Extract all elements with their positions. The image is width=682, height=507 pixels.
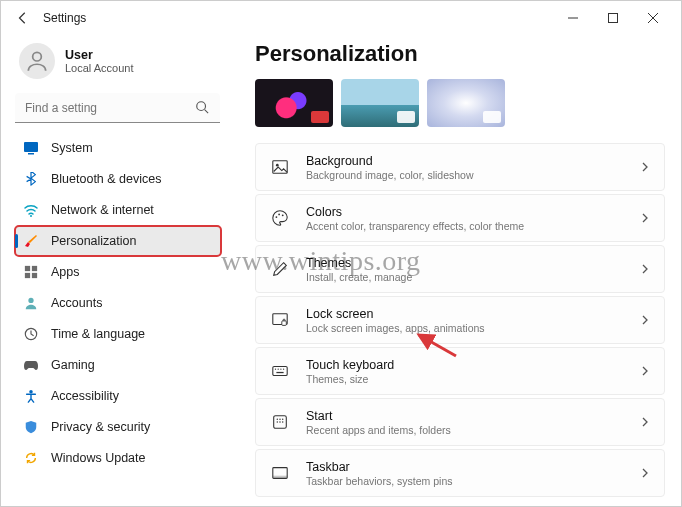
svg-point-28: [283, 369, 284, 370]
person-icon: [24, 48, 50, 74]
card-title: Colors: [306, 205, 640, 219]
chevron-right-icon: [640, 413, 650, 431]
card-lock-screen[interactable]: Lock screen Lock screen images, apps, an…: [255, 296, 665, 344]
card-title: Touch keyboard: [306, 358, 640, 372]
sidebar-item-privacy[interactable]: Privacy & security: [15, 412, 221, 442]
card-themes[interactable]: Themes Install, create, manage: [255, 245, 665, 293]
svg-rect-24: [273, 367, 287, 376]
avatar: [19, 43, 55, 79]
bluetooth-icon: [23, 171, 39, 187]
svg-point-4: [33, 52, 42, 61]
card-subtitle: Install, create, manage: [306, 271, 640, 283]
svg-rect-17: [273, 161, 287, 174]
titlebar: Settings: [1, 1, 681, 35]
start-icon: [270, 412, 290, 432]
card-subtitle: Taskbar behaviors, system pins: [306, 475, 640, 487]
pen-icon: [270, 259, 290, 279]
svg-point-34: [277, 421, 278, 422]
svg-point-31: [277, 419, 278, 420]
sidebar-item-time-language[interactable]: Time & language: [15, 319, 221, 349]
close-button[interactable]: [633, 4, 673, 32]
sidebar-item-network[interactable]: Network & internet: [15, 195, 221, 225]
sidebar-item-label: Network & internet: [51, 203, 154, 217]
update-icon: [23, 450, 39, 466]
card-taskbar[interactable]: Taskbar Taskbar behaviors, system pins: [255, 449, 665, 497]
taskbar-icon: [270, 463, 290, 483]
svg-point-35: [279, 421, 280, 422]
minimize-button[interactable]: [553, 4, 593, 32]
svg-rect-12: [25, 273, 30, 278]
minimize-icon: [568, 13, 578, 23]
svg-point-36: [282, 421, 283, 422]
svg-point-19: [276, 216, 278, 218]
svg-rect-1: [609, 14, 618, 23]
sidebar-item-gaming[interactable]: Gaming: [15, 350, 221, 380]
sidebar-item-accounts[interactable]: Accounts: [15, 288, 221, 318]
card-title: Themes: [306, 256, 640, 270]
card-colors[interactable]: Colors Accent color, transparency effect…: [255, 194, 665, 242]
card-title: Lock screen: [306, 307, 640, 321]
thumb-accent: [311, 111, 329, 123]
search-wrap: [15, 93, 221, 123]
sidebar-item-personalization[interactable]: Personalization: [15, 226, 221, 256]
svg-point-16: [29, 390, 33, 394]
svg-rect-8: [28, 153, 34, 155]
theme-thumbnail[interactable]: [341, 79, 419, 127]
sidebar-item-label: Windows Update: [51, 451, 146, 465]
svg-point-18: [276, 164, 279, 167]
maximize-button[interactable]: [593, 4, 633, 32]
sidebar-item-apps[interactable]: Apps: [15, 257, 221, 287]
window-controls: [553, 4, 673, 32]
svg-point-21: [282, 214, 284, 216]
svg-rect-7: [24, 142, 38, 152]
image-icon: [270, 157, 290, 177]
chevron-right-icon: [640, 464, 650, 482]
back-button[interactable]: [9, 4, 37, 32]
svg-rect-13: [32, 273, 37, 278]
card-touch-keyboard[interactable]: Touch keyboard Themes, size: [255, 347, 665, 395]
card-body: Background Background image, color, slid…: [306, 154, 640, 181]
svg-rect-29: [276, 372, 283, 373]
card-subtitle: Themes, size: [306, 373, 640, 385]
card-title: Background: [306, 154, 640, 168]
sidebar-item-label: Accounts: [51, 296, 102, 310]
svg-point-14: [28, 298, 33, 303]
chevron-right-icon: [640, 260, 650, 278]
sidebar-item-label: System: [51, 141, 93, 155]
card-body: Taskbar Taskbar behaviors, system pins: [306, 460, 640, 487]
sidebar: User Local Account System Bluetooth & de…: [1, 35, 231, 506]
card-title: Start: [306, 409, 640, 423]
sidebar-item-label: Time & language: [51, 327, 145, 341]
nav-list: System Bluetooth & devices Network & int…: [15, 133, 221, 473]
card-body: Touch keyboard Themes, size: [306, 358, 640, 385]
accounts-icon: [23, 295, 39, 311]
theme-thumbnail[interactable]: [255, 79, 333, 127]
wifi-icon: [23, 202, 39, 218]
card-start[interactable]: Start Recent apps and items, folders: [255, 398, 665, 446]
system-icon: [23, 140, 39, 156]
svg-point-33: [282, 419, 283, 420]
user-block[interactable]: User Local Account: [19, 43, 221, 79]
theme-thumbnail[interactable]: [427, 79, 505, 127]
sidebar-item-label: Bluetooth & devices: [51, 172, 162, 186]
sidebar-item-system[interactable]: System: [15, 133, 221, 163]
maximize-icon: [608, 13, 618, 23]
sidebar-item-label: Personalization: [51, 234, 136, 248]
card-subtitle: Background image, color, slideshow: [306, 169, 640, 181]
sidebar-item-accessibility[interactable]: Accessibility: [15, 381, 221, 411]
main-content: Personalization Background Background im…: [231, 35, 681, 506]
card-background[interactable]: Background Background image, color, slid…: [255, 143, 665, 191]
sidebar-item-label: Gaming: [51, 358, 95, 372]
clock-icon: [23, 326, 39, 342]
user-subtitle: Local Account: [65, 62, 134, 74]
close-icon: [648, 13, 658, 23]
card-body: Colors Accent color, transparency effect…: [306, 205, 640, 232]
sidebar-item-label: Accessibility: [51, 389, 119, 403]
card-subtitle: Recent apps and items, folders: [306, 424, 640, 436]
sidebar-item-windows-update[interactable]: Windows Update: [15, 443, 221, 473]
search-input[interactable]: [15, 93, 220, 123]
sidebar-item-bluetooth[interactable]: Bluetooth & devices: [15, 164, 221, 194]
search-icon: [195, 100, 209, 118]
user-text: User Local Account: [65, 48, 134, 74]
chevron-right-icon: [640, 311, 650, 329]
